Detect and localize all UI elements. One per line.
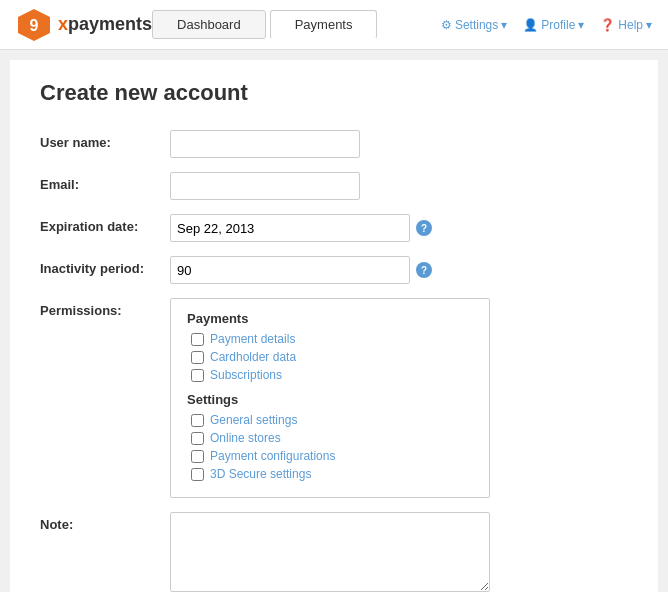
permissions-group-settings-title: Settings [187,392,473,407]
profile-label: Profile [541,18,575,32]
perm-checkbox-payment-configurations[interactable] [191,450,204,463]
profile-icon: 👤 [523,18,538,32]
email-row: Email: [40,172,628,200]
expiration-input[interactable] [170,214,410,242]
profile-chevron-icon: ▾ [578,18,584,32]
inactivity-input[interactable] [170,256,410,284]
perm-label-subscriptions[interactable]: Subscriptions [210,368,282,382]
expiration-help-icon[interactable]: ? [416,220,432,236]
email-field [170,172,590,200]
perm-label-general-settings[interactable]: General settings [210,413,297,427]
perm-label-online-stores[interactable]: Online stores [210,431,281,445]
permissions-group-payments-title: Payments [187,311,473,326]
header-right-links: ⚙ Settings ▾ 👤 Profile ▾ ❓ Help ▾ [441,18,652,32]
page-title: Create new account [40,80,628,106]
username-input[interactable] [170,130,360,158]
username-label: User name: [40,130,170,150]
help-icon: ❓ [600,18,615,32]
note-textarea[interactable] [170,512,490,592]
help-label: Help [618,18,643,32]
username-row: User name: [40,130,628,158]
perm-label-3d-secure[interactable]: 3D Secure settings [210,467,311,481]
nav-tabs: Dashboard Payments [152,10,441,39]
perm-checkbox-payment-details[interactable] [191,333,204,346]
username-field [170,130,590,158]
perm-checkbox-cardholder-data[interactable] [191,351,204,364]
email-label: Email: [40,172,170,192]
note-field [170,512,590,592]
logo-text: xpayments [58,14,152,35]
perm-checkbox-subscriptions[interactable] [191,369,204,382]
perm-label-cardholder-data[interactable]: Cardholder data [210,350,296,364]
header: 9 xpayments Dashboard Payments ⚙ Setting… [0,0,668,50]
inactivity-help-icon[interactable]: ? [416,262,432,278]
expiration-field: ? [170,214,590,242]
inactivity-label: Inactivity period: [40,256,170,276]
settings-label: Settings [455,18,498,32]
perm-checkbox-3d-secure[interactable] [191,468,204,481]
svg-text:9: 9 [30,17,39,34]
profile-link[interactable]: 👤 Profile ▾ [523,18,584,32]
tab-dashboard[interactable]: Dashboard [152,10,266,39]
perm-item-subscriptions: Subscriptions [187,368,473,382]
perm-item-cardholder-data: Cardholder data [187,350,473,364]
expiration-row: Expiration date: ? [40,214,628,242]
perm-label-payment-configurations[interactable]: Payment configurations [210,449,335,463]
email-input[interactable] [170,172,360,200]
perm-label-payment-details[interactable]: Payment details [210,332,295,346]
permissions-field: Payments Payment details Cardholder data… [170,298,590,498]
logo: 9 xpayments [16,7,152,43]
permissions-row: Permissions: Payments Payment details Ca… [40,298,628,498]
main-content: Create new account User name: Email: Exp… [10,60,658,592]
permissions-label: Permissions: [40,298,170,318]
perm-checkbox-general-settings[interactable] [191,414,204,427]
perm-item-payment-details: Payment details [187,332,473,346]
perm-item-general-settings: General settings [187,413,473,427]
perm-item-online-stores: Online stores [187,431,473,445]
perm-checkbox-online-stores[interactable] [191,432,204,445]
inactivity-field: ? [170,256,590,284]
note-row: Note: [40,512,628,592]
perm-item-payment-configurations: Payment configurations [187,449,473,463]
inactivity-row: Inactivity period: ? [40,256,628,284]
settings-icon: ⚙ [441,18,452,32]
help-chevron-icon: ▾ [646,18,652,32]
settings-chevron-icon: ▾ [501,18,507,32]
logo-icon: 9 [16,7,52,43]
expiration-label: Expiration date: [40,214,170,234]
perm-item-3d-secure: 3D Secure settings [187,467,473,481]
help-link[interactable]: ❓ Help ▾ [600,18,652,32]
note-label: Note: [40,512,170,532]
permissions-box: Payments Payment details Cardholder data… [170,298,490,498]
settings-link[interactable]: ⚙ Settings ▾ [441,18,507,32]
tab-payments[interactable]: Payments [270,10,378,39]
